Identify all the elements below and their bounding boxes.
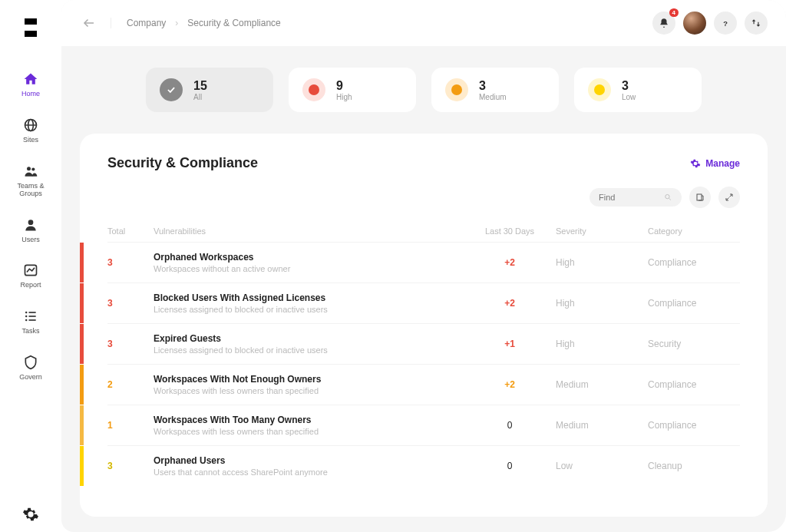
severity-bar	[80, 243, 84, 283]
nav-home[interactable]: Home	[21, 71, 40, 98]
svg-rect-8	[28, 312, 35, 314]
notifications-button[interactable]: 4	[652, 12, 675, 35]
export-button[interactable]	[689, 187, 711, 208]
cell-total: 3	[107, 339, 154, 349]
stat-label: Low	[622, 93, 636, 101]
vuln-desc: Workspaces with less owners than specifi…	[154, 386, 464, 395]
vuln-title: Workspaces With Not Enough Owners	[154, 374, 464, 385]
app-logo	[18, 15, 43, 40]
table-row[interactable]: 1 Workspaces With Too Many Owners Worksp…	[107, 405, 740, 445]
help-button[interactable]: ?	[714, 12, 737, 35]
svg-line-19	[726, 198, 729, 201]
cell-severity: High	[556, 339, 648, 349]
stat-label: High	[336, 93, 352, 101]
settings-button[interactable]	[22, 506, 39, 523]
cell-category: Security	[648, 339, 740, 349]
table-row[interactable]: 2 Workspaces With Not Enough Owners Work…	[107, 364, 740, 405]
cell-category: Cleanup	[648, 461, 740, 471]
stat-card-medium[interactable]: 3 Medium	[431, 68, 559, 112]
stat-card-low[interactable]: 3 Low	[574, 68, 702, 112]
svg-rect-17	[697, 194, 702, 200]
bell-icon	[659, 18, 669, 28]
cell-vulnerability: Orphaned Users Users that cannot access …	[154, 455, 464, 477]
svg-rect-10	[28, 316, 35, 318]
nav-govern[interactable]: Govern	[19, 354, 42, 382]
table-row[interactable]: 3 Orphaned Users Users that cannot acces…	[107, 445, 740, 486]
find-input[interactable]	[599, 193, 664, 202]
severity-low-icon	[588, 78, 611, 101]
manage-label: Manage	[705, 158, 740, 169]
chevron-right-icon: ›	[175, 18, 178, 28]
back-button[interactable]	[80, 14, 98, 32]
nav-tasks[interactable]: Tasks	[21, 308, 39, 335]
nav-users[interactable]: Users	[21, 216, 40, 244]
nav-label: Home	[21, 91, 40, 98]
col-last30: Last 30 Days	[464, 226, 556, 236]
panel: Security & Compliance Manage	[80, 134, 768, 517]
stat-card-high[interactable]: 9 High	[289, 68, 416, 112]
nav-report[interactable]: Report	[20, 262, 41, 289]
avatar[interactable]	[683, 12, 706, 35]
stat-count: 3	[479, 79, 507, 93]
severity-bar	[80, 405, 84, 445]
stat-count: 3	[622, 79, 636, 93]
svg-line-16	[669, 198, 671, 200]
find-input-wrap[interactable]	[590, 188, 682, 207]
table-row[interactable]: 3 Blocked Users With Assigned Licenses L…	[107, 283, 740, 323]
breadcrumb: Company › Security & Compliance	[111, 18, 281, 28]
manage-button[interactable]: Manage	[690, 158, 740, 169]
vuln-title: Workspaces With Too Many Owners	[154, 415, 464, 425]
cell-category: Compliance	[648, 379, 740, 390]
nav-label: Tasks	[21, 328, 39, 335]
nav-sites[interactable]: Sites	[22, 117, 39, 144]
stats-row: 15 All 9 High 3 Medium	[61, 46, 786, 134]
breadcrumb-root[interactable]: Company	[127, 18, 166, 28]
vuln-desc: Licenses assigned to blocked or inactive…	[154, 345, 464, 355]
panel-title: Security & Compliance	[107, 155, 258, 171]
svg-point-15	[665, 194, 669, 198]
table-row[interactable]: 3 Expired Guests Licenses assigned to bl…	[107, 323, 740, 364]
col-severity: Severity	[556, 226, 648, 236]
breadcrumb-current: Security & Compliance	[187, 18, 280, 28]
nav-teams-groups[interactable]: Teams & Groups	[12, 163, 50, 198]
chart-icon	[22, 262, 39, 279]
svg-point-5	[28, 220, 34, 225]
col-category: Category	[648, 226, 740, 236]
gear-icon	[690, 158, 701, 169]
col-vuln: Vulnerabilities	[154, 226, 464, 236]
table-header: Total Vulnerabilities Last 30 Days Sever…	[107, 220, 740, 242]
cell-delta: 0	[464, 461, 556, 471]
cell-delta: +2	[464, 257, 556, 268]
cell-total: 2	[107, 379, 154, 390]
user-icon	[22, 216, 39, 233]
cell-total: 3	[107, 298, 154, 309]
table-row[interactable]: 3 Orphaned Workspaces Workspaces without…	[107, 242, 740, 283]
cell-delta: +2	[464, 379, 556, 390]
severity-bar	[80, 324, 84, 364]
svg-point-7	[25, 312, 28, 314]
vuln-title: Blocked Users With Assigned Licenses	[154, 292, 464, 303]
transfer-button[interactable]	[745, 12, 768, 35]
stat-card-all[interactable]: 15 All	[146, 68, 273, 112]
search-icon	[664, 193, 672, 202]
cell-vulnerability: Expired Guests Licenses assigned to bloc…	[154, 333, 464, 355]
question-icon: ?	[720, 18, 731, 28]
nav-label: Govern	[19, 374, 42, 382]
sidebar: Home Sites Teams & Groups Users Report T…	[0, 0, 61, 532]
svg-line-18	[730, 194, 733, 197]
vuln-desc: Workspaces with less owners than specifi…	[154, 427, 464, 436]
cell-vulnerability: Orphaned Workspaces Workspaces without a…	[154, 252, 464, 273]
cell-total: 3	[107, 257, 154, 268]
stat-label: All	[193, 93, 207, 101]
export-icon	[695, 193, 705, 202]
globe-icon	[22, 117, 39, 134]
cell-vulnerability: Workspaces With Not Enough Owners Worksp…	[154, 374, 464, 395]
cell-category: Compliance	[648, 298, 740, 309]
vuln-title: Orphaned Workspaces	[154, 252, 464, 263]
stat-label: Medium	[479, 93, 507, 101]
severity-bar	[80, 446, 84, 486]
expand-button[interactable]	[718, 187, 740, 208]
nav-label: Report	[20, 282, 41, 289]
vuln-title: Orphaned Users	[154, 455, 464, 466]
expand-icon	[725, 193, 734, 202]
